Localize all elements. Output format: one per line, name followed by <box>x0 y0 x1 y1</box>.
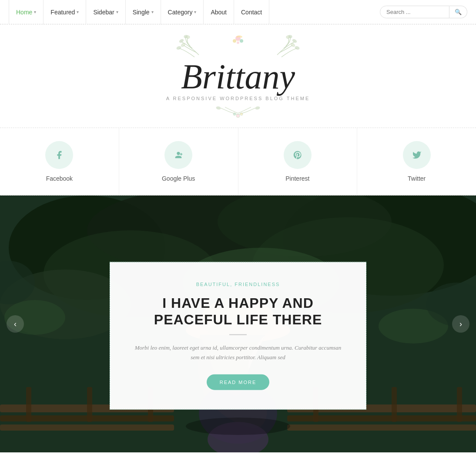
svg-point-19 <box>233 113 236 115</box>
social-item-pinterest[interactable]: Pinterest <box>238 128 358 195</box>
svg-point-7 <box>290 42 295 47</box>
facebook-icon <box>45 141 73 169</box>
slider-next-button[interactable]: › <box>452 315 469 333</box>
card-excerpt: Morbi leo enim, laoreet eget urna id, ul… <box>134 343 342 362</box>
twitter-icon <box>403 141 431 169</box>
chevron-left-icon: ‹ <box>14 320 17 329</box>
nav-item-home[interactable]: Home ▾ <box>9 0 44 24</box>
svg-rect-36 <box>26 387 31 422</box>
svg-point-9 <box>286 35 290 39</box>
nav-item-single[interactable]: Single ▾ <box>126 0 161 24</box>
nav-item-contact[interactable]: Contact <box>234 0 269 24</box>
nav-home-label: Home <box>16 9 32 16</box>
googleplus-icon <box>164 141 192 169</box>
site-header: Brittany A RESPONSIVE WORDPRESS BLOG THE… <box>0 24 476 128</box>
chevron-down-icon: ▾ <box>151 10 154 14</box>
svg-point-46 <box>186 418 290 435</box>
logo-area: Brittany A RESPONSIVE WORDPRESS BLOG THE… <box>166 37 310 119</box>
svg-point-12 <box>240 39 243 43</box>
nav-item-category[interactable]: Category ▾ <box>161 0 204 24</box>
twitter-label: Twitter <box>408 175 426 182</box>
svg-rect-35 <box>287 425 476 431</box>
googleplus-label: Google Plus <box>162 175 195 182</box>
read-more-button[interactable]: READ MORE <box>207 374 270 390</box>
site-title: Brittany <box>181 57 295 96</box>
chevron-down-icon: ▾ <box>194 10 196 14</box>
search-button[interactable]: 🔍 <box>449 6 467 18</box>
floral-decoration-top <box>173 33 303 59</box>
card-divider <box>229 334 247 335</box>
svg-point-6 <box>295 46 299 50</box>
nav-featured-label: Featured <box>50 9 75 16</box>
nav-sidebar-label: Sidebar <box>93 9 114 16</box>
social-bar: Facebook Google Plus Pinterest Twitter <box>0 128 476 195</box>
svg-point-2 <box>181 42 186 47</box>
svg-point-20 <box>240 113 243 115</box>
svg-point-4 <box>186 35 190 39</box>
search-icon: 🔍 <box>455 9 462 15</box>
social-item-twitter[interactable]: Twitter <box>357 128 476 195</box>
svg-rect-40 <box>392 387 397 422</box>
main-nav: Home ▾ Featured ▾ Sidebar ▾ Single ▾ Cat… <box>0 0 476 24</box>
social-item-facebook[interactable]: Facebook <box>0 128 119 195</box>
pinterest-icon <box>284 141 312 169</box>
svg-rect-32 <box>0 425 174 431</box>
nav-single-label: Single <box>133 9 150 16</box>
chevron-down-icon: ▾ <box>116 10 118 14</box>
svg-rect-41 <box>457 387 462 422</box>
svg-point-18 <box>236 114 240 118</box>
slider-prev-button[interactable]: ‹ <box>7 315 24 333</box>
svg-point-17 <box>255 106 260 110</box>
floral-decoration-bottom <box>194 104 282 119</box>
card-categories: BEAUTIFUL, FRIENDLINESS <box>134 282 342 287</box>
nav-about-label: About <box>211 9 227 16</box>
nav-item-about[interactable]: About <box>204 0 234 24</box>
chevron-down-icon: ▾ <box>77 10 79 14</box>
card-title: I HAVE A HAPPY AND PEACEFUL LIFE THERE <box>134 295 342 328</box>
svg-point-16 <box>216 106 221 110</box>
nav-item-sidebar[interactable]: Sidebar ▾ <box>86 0 125 24</box>
site-subtitle: A RESPONSIVE WORDPRESS BLOG THEME <box>166 96 310 101</box>
nav-category-label: Category <box>168 9 193 16</box>
slider-card: BEAUTIFUL, FRIENDLINESS I HAVE A HAPPY A… <box>110 262 366 410</box>
search-form: 🔍 <box>380 6 467 18</box>
svg-rect-37 <box>87 387 92 422</box>
pinterest-label: Pinterest <box>285 175 309 182</box>
hero-slider: BEAUTIFUL, FRIENDLINESS I HAVE A HAPPY A… <box>0 195 476 452</box>
facebook-label: Facebook <box>46 175 73 182</box>
chevron-down-icon: ▾ <box>34 10 36 14</box>
svg-point-13 <box>237 41 239 44</box>
social-item-googleplus[interactable]: Google Plus <box>119 128 238 195</box>
nav-contact-label: Contact <box>241 9 262 16</box>
chevron-right-icon: › <box>459 320 462 329</box>
nav-items: Home ▾ Featured ▾ Sidebar ▾ Single ▾ Cat… <box>9 0 380 24</box>
svg-point-1 <box>176 46 181 50</box>
svg-point-11 <box>233 39 236 43</box>
nav-item-featured[interactable]: Featured ▾ <box>44 0 86 24</box>
search-input[interactable] <box>380 6 449 18</box>
